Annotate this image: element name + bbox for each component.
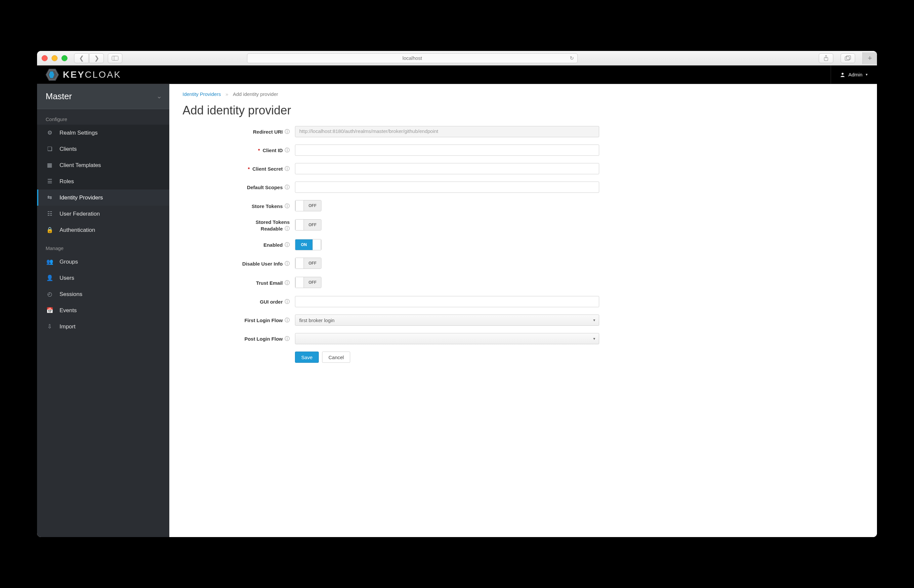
users-icon: 👥 (46, 258, 53, 265)
address-bar[interactable]: localhost ↻ (247, 53, 578, 63)
nav-manage: 👥Groups 👤Users ◴Sessions 📅Events ⇩Import (37, 254, 169, 335)
label-store-tokens: Store Tokens (252, 204, 283, 209)
sidebar-item-user-federation[interactable]: ☷User Federation (37, 206, 169, 222)
sidebar-item-users[interactable]: 👤Users (37, 270, 169, 286)
help-icon[interactable]: ⓘ (285, 280, 290, 286)
user-icon: 👤 (46, 275, 53, 281)
chevron-down-icon: ⌵ (158, 94, 161, 100)
help-icon[interactable]: ⓘ (285, 336, 290, 342)
new-tab-button[interactable]: + (862, 52, 877, 64)
sidebar-item-client-templates[interactable]: ▦Client Templates (37, 157, 169, 173)
label-stored-tokens-readable-1: Stored Tokens (256, 219, 290, 225)
help-icon[interactable]: ⓘ (285, 317, 290, 323)
brand-text-1: KEY (63, 69, 85, 80)
realm-name: Master (46, 91, 72, 102)
trust-email-toggle[interactable]: OFF (295, 277, 321, 288)
svg-point-9 (841, 73, 844, 75)
sidebar-item-label: Roles (60, 178, 74, 185)
sidebar-item-roles[interactable]: ☰Roles (37, 173, 169, 189)
help-icon[interactable]: ⓘ (285, 147, 290, 153)
minimize-window-icon[interactable] (52, 55, 58, 61)
page-title: Add identity provider (182, 103, 864, 117)
keycloak-logo-icon (46, 69, 59, 81)
disable-user-info-toggle[interactable]: OFF (295, 258, 321, 269)
first-login-flow-select[interactable]: first broker login (295, 315, 599, 326)
sidebar-item-import[interactable]: ⇩Import (37, 318, 169, 335)
client-secret-input[interactable] (295, 163, 599, 174)
forward-button[interactable]: ❯ (89, 53, 104, 63)
svg-rect-5 (846, 56, 851, 59)
default-scopes-input[interactable] (295, 182, 599, 193)
help-icon[interactable]: ⓘ (285, 129, 290, 135)
sidebar-item-label: Identity Providers (60, 194, 103, 201)
breadcrumb-current: Add identity provider (233, 91, 278, 97)
window-controls (42, 55, 68, 61)
lock-icon: 🔒 (46, 226, 53, 233)
realm-selector[interactable]: Master ⌵ (37, 84, 169, 109)
help-icon[interactable]: ⓘ (285, 242, 290, 248)
help-icon[interactable]: ⓘ (285, 226, 290, 232)
breadcrumb-separator-icon: » (226, 91, 228, 97)
breadcrumb: Identity Providers » Add identity provid… (182, 91, 864, 97)
sidebar: Master ⌵ Configure ⚙Realm Settings ❏Clie… (37, 84, 169, 537)
tabs-button[interactable] (841, 53, 855, 63)
toggle-handle (295, 220, 304, 230)
help-icon[interactable]: ⓘ (285, 299, 290, 305)
post-login-flow-select[interactable] (295, 333, 599, 344)
toggle-handle (312, 239, 321, 250)
exchange-icon: ⇆ (46, 194, 53, 201)
sidebar-item-sessions[interactable]: ◴Sessions (37, 286, 169, 302)
cube-icon: ❏ (46, 145, 53, 152)
sidebar-item-authentication[interactable]: 🔒Authentication (37, 222, 169, 238)
help-icon[interactable]: ⓘ (285, 261, 290, 267)
toggle-on-label: ON (295, 239, 312, 250)
toggle-off-label: OFF (304, 258, 321, 268)
sidebar-item-label: Import (60, 323, 75, 330)
sidebar-item-groups[interactable]: 👥Groups (37, 254, 169, 270)
store-tokens-toggle[interactable]: OFF (295, 200, 321, 211)
help-icon[interactable]: ⓘ (285, 203, 290, 209)
back-button[interactable]: ❮ (74, 53, 89, 63)
share-button[interactable] (819, 53, 833, 63)
sidebar-item-events[interactable]: 📅Events (37, 302, 169, 318)
label-trust-email: Trust Email (256, 280, 283, 286)
sidebar-item-clients[interactable]: ❏Clients (37, 141, 169, 157)
close-window-icon[interactable] (42, 55, 48, 61)
stored-tokens-readable-toggle[interactable]: OFF (295, 219, 321, 231)
zoom-window-icon[interactable] (61, 55, 68, 61)
toggle-handle (295, 200, 304, 211)
section-configure: Configure (37, 109, 169, 125)
clock-icon: ◴ (46, 291, 53, 298)
label-client-secret: Client Secret (252, 166, 283, 172)
label-gui-order: GUI order (260, 299, 283, 305)
sidebar-item-label: Realm Settings (60, 130, 98, 136)
cancel-button[interactable]: Cancel (322, 352, 350, 363)
templates-icon: ▦ (46, 162, 53, 169)
section-manage: Manage (37, 238, 169, 254)
panel-icon (112, 56, 118, 61)
help-icon[interactable]: ⓘ (285, 166, 290, 172)
sidebar-item-label: Sessions (60, 291, 82, 298)
client-id-input[interactable] (295, 145, 599, 156)
toolbar-right (819, 53, 859, 63)
sidebar-item-realm-settings[interactable]: ⚙Realm Settings (37, 125, 169, 141)
sidebar-item-identity-providers[interactable]: ⇆Identity Providers (37, 189, 169, 206)
label-client-id: Client ID (263, 147, 283, 153)
save-button[interactable]: Save (295, 352, 319, 363)
help-icon[interactable]: ⓘ (285, 184, 290, 191)
svg-rect-0 (112, 56, 118, 60)
enabled-toggle[interactable]: ON (295, 239, 321, 250)
label-enabled: Enabled (263, 242, 283, 248)
breadcrumb-root[interactable]: Identity Providers (182, 91, 221, 97)
user-menu[interactable]: Admin ▾ (831, 65, 877, 84)
gui-order-input[interactable] (295, 296, 599, 307)
browser-window: ❮ ❯ localhost ↻ + KEYCLOAK (37, 51, 877, 537)
app-header: KEYCLOAK Admin ▾ (37, 65, 877, 84)
sidebar-item-label: Groups (60, 258, 78, 265)
identity-provider-form: Redirect URIⓘ http://localhost:8180/auth… (182, 126, 599, 363)
calendar-icon: 📅 (46, 307, 53, 314)
reload-icon[interactable]: ↻ (570, 55, 574, 61)
user-icon (840, 73, 845, 77)
brand[interactable]: KEYCLOAK (37, 69, 130, 81)
sidebar-toggle-button[interactable] (108, 53, 122, 63)
